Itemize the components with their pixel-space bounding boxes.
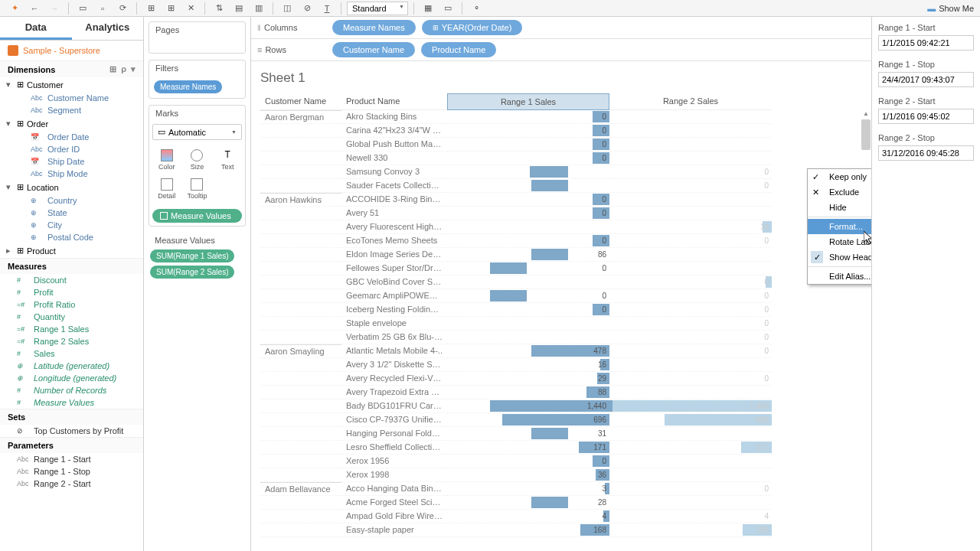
cell-customer[interactable] bbox=[260, 399, 341, 413]
cell-customer[interactable] bbox=[260, 152, 341, 165]
cell-product[interactable]: Avery 51 bbox=[341, 207, 447, 220]
field-state[interactable]: ⊕State bbox=[0, 207, 143, 219]
cell-customer[interactable]: Aaron Smayling bbox=[260, 344, 341, 358]
cell-range2[interactable]: 168 bbox=[609, 523, 772, 537]
cell-range2[interactable] bbox=[609, 386, 772, 399]
cell-customer[interactable] bbox=[260, 179, 341, 193]
cell-customer[interactable] bbox=[260, 165, 341, 179]
menu-format[interactable]: Format... bbox=[808, 219, 871, 234]
header-range1[interactable]: Range 1 Sales bbox=[447, 93, 609, 110]
scroll-thumb[interactable] bbox=[861, 119, 871, 150]
cell-range1[interactable]: 88 bbox=[447, 386, 609, 399]
cell-product[interactable]: Xerox 1998 bbox=[341, 468, 447, 482]
cell-product[interactable]: Newell 330 bbox=[341, 152, 447, 165]
filter-pill-measure-names[interactable]: Measure Names bbox=[154, 80, 222, 93]
datasource-item[interactable]: Sample - Superstore bbox=[0, 41, 143, 60]
cell-range2[interactable]: 4 bbox=[609, 510, 772, 523]
cell-range1[interactable]: 478 bbox=[447, 344, 609, 358]
cell-range2[interactable]: 0 bbox=[609, 303, 772, 317]
cell-customer[interactable] bbox=[260, 427, 341, 441]
data-tab[interactable]: Data bbox=[0, 17, 72, 40]
cell-customer[interactable] bbox=[260, 441, 341, 455]
cell-range2[interactable] bbox=[609, 427, 772, 441]
cell-range2[interactable]: 171 bbox=[609, 441, 772, 455]
cell-customer[interactable] bbox=[260, 468, 341, 482]
cell-product[interactable]: Eldon Image Series Desk .. bbox=[341, 248, 447, 262]
menu-exclude[interactable]: ✕Exclude bbox=[808, 184, 871, 200]
param-input-r1-start[interactable] bbox=[878, 35, 974, 51]
size-button[interactable]: Size bbox=[183, 146, 212, 174]
cell-product[interactable]: Xerox 1956 bbox=[341, 455, 447, 468]
field-ship-date[interactable]: 📅Ship Date bbox=[0, 155, 143, 168]
cell-range1[interactable] bbox=[447, 331, 609, 344]
cell-range1[interactable]: 4 bbox=[447, 510, 609, 523]
cell-customer[interactable] bbox=[260, 510, 341, 523]
analytics-tab[interactable]: Analytics bbox=[72, 17, 144, 40]
group-icon[interactable]: ⊘ bbox=[299, 2, 315, 15]
cell-range2[interactable] bbox=[609, 262, 772, 276]
cell-range1[interactable] bbox=[447, 220, 609, 234]
cards-icon[interactable]: ▦ bbox=[420, 2, 436, 15]
swap-icon[interactable]: ⇅ bbox=[211, 2, 227, 15]
cell-customer[interactable] bbox=[260, 220, 341, 234]
cell-customer[interactable] bbox=[260, 523, 341, 537]
param-r1-start[interactable]: AbcRange 1 - Start bbox=[0, 453, 143, 465]
field-country[interactable]: ⊕Country bbox=[0, 194, 143, 207]
columns-shelf[interactable]: ⦀Columns Measure Names ⊞YEAR(Order Date) bbox=[251, 17, 871, 39]
field-r2-sales[interactable]: =#Range 2 Sales bbox=[0, 335, 143, 347]
cell-range2[interactable] bbox=[609, 358, 772, 372]
cell-product[interactable]: Fellowes Super Stor/Draw.. bbox=[341, 262, 447, 276]
cell-product[interactable]: GBC VeloBind Cover Sets bbox=[341, 276, 447, 289]
field-lon[interactable]: ⊕Longitude (generated) bbox=[0, 372, 143, 384]
cell-range1[interactable]: 0 bbox=[447, 110, 609, 124]
cell-product[interactable]: Verbatim 25 GB 6x Blu-ra.. bbox=[341, 331, 447, 344]
cell-range1[interactable] bbox=[447, 165, 609, 179]
cell-range2[interactable] bbox=[609, 468, 772, 482]
cell-product[interactable]: Ampad Gold Fibre Wirebo.. bbox=[341, 510, 447, 523]
cell-customer[interactable] bbox=[260, 138, 341, 152]
cell-range1[interactable]: 0 bbox=[447, 138, 609, 152]
field-customer-name[interactable]: AbcCustomer Name bbox=[0, 92, 143, 104]
cell-product[interactable]: EcoTones Memo Sheets bbox=[341, 234, 447, 248]
menu-rotate[interactable]: Rotate Label bbox=[808, 234, 871, 249]
param-r1-stop[interactable]: AbcRange 1 - Stop bbox=[0, 465, 143, 478]
cell-range2[interactable]: 19 bbox=[609, 220, 772, 234]
cell-range1[interactable]: 28 bbox=[447, 496, 609, 510]
cell-product[interactable]: Acco Hanging Data Binders bbox=[341, 482, 447, 496]
detail-button[interactable]: Detail bbox=[152, 175, 181, 203]
header-customer[interactable]: Customer Name bbox=[260, 93, 341, 110]
cell-customer[interactable] bbox=[260, 386, 341, 399]
cell-customer[interactable] bbox=[260, 276, 341, 289]
cell-product[interactable]: Bady BDG101FRU Card Pr.. bbox=[341, 399, 447, 413]
cell-range1[interactable]: 168 bbox=[447, 523, 609, 537]
cell-product[interactable]: Avery Recycled Flexi-View.. bbox=[341, 372, 447, 386]
field-quantity[interactable]: #Quantity bbox=[0, 311, 143, 323]
show-me-button[interactable]: ▬ Show Me bbox=[927, 4, 974, 13]
cell-range2[interactable]: 0 bbox=[609, 276, 772, 289]
cell-product[interactable]: Iceberg Nesting Folding C.. bbox=[341, 303, 447, 317]
field-order-date[interactable]: 📅Order Date bbox=[0, 131, 143, 143]
cell-product[interactable]: ACCOHIDE 3-Ring Binder,.. bbox=[341, 193, 447, 207]
header-product[interactable]: Product Name bbox=[341, 93, 447, 110]
pill-year-order[interactable]: ⊞YEAR(Order Date) bbox=[422, 20, 523, 35]
tooltip-button[interactable]: Tooltip bbox=[183, 175, 212, 203]
cell-range1[interactable]: 86 bbox=[447, 248, 609, 262]
field-postal[interactable]: ⊕Postal Code bbox=[0, 231, 143, 243]
cell-customer[interactable] bbox=[260, 207, 341, 220]
header-range2[interactable]: Range 2 Sales bbox=[609, 93, 772, 110]
param-input-r2-stop[interactable] bbox=[878, 145, 974, 161]
cell-range1[interactable]: 0 bbox=[447, 152, 609, 165]
cell-range1[interactable]: 3 bbox=[447, 482, 609, 496]
cell-range2[interactable]: 0 bbox=[609, 165, 772, 179]
cell-customer[interactable] bbox=[260, 413, 341, 427]
location-group[interactable]: ▾⊞Location bbox=[0, 180, 143, 194]
field-city[interactable]: ⊕City bbox=[0, 219, 143, 231]
field-profit[interactable]: #Profit bbox=[0, 286, 143, 298]
param-input-r2-start[interactable] bbox=[878, 109, 974, 124]
order-group[interactable]: ▾⊞Order bbox=[0, 116, 143, 131]
cell-customer[interactable] bbox=[260, 358, 341, 372]
product-group[interactable]: ▸⊞Product bbox=[0, 243, 143, 258]
refresh-icon[interactable]: ⟳ bbox=[114, 2, 131, 15]
cell-customer[interactable] bbox=[260, 234, 341, 248]
tableau-logo-icon[interactable]: ✦ bbox=[6, 2, 23, 15]
